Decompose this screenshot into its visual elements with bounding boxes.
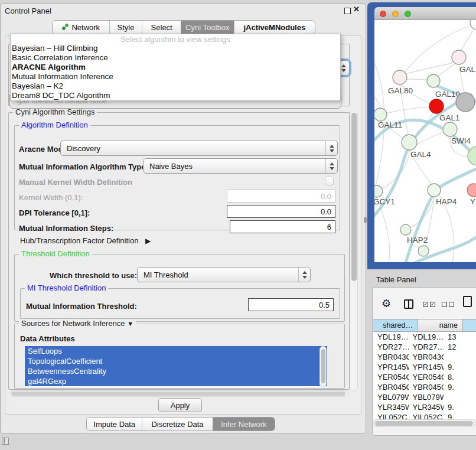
network-edge[interactable]: [405, 79, 430, 80]
threshold-definition-title: Threshold Definition: [19, 250, 92, 257]
table-cell: [444, 352, 476, 362]
network-node-hap4[interactable]: [428, 184, 441, 197]
sources-group-label: Sources for Network Inference: [21, 319, 125, 328]
table-settings-gear-icon[interactable]: ⚙: [382, 297, 391, 310]
select-all-rows-icon[interactable]: ✓✓: [423, 302, 435, 307]
manual-kernel-checkbox[interactable]: [325, 177, 334, 185]
tab-network[interactable]: Network: [53, 21, 109, 34]
network-node-y[interactable]: [467, 184, 476, 197]
aracne-mode-combobox[interactable]: Discovery: [60, 141, 338, 156]
table-header-cell[interactable]: name: [418, 319, 463, 332]
algorithm-option[interactable]: Dream8 DC_TDC Algorithm: [11, 91, 340, 100]
tab-style[interactable]: Style: [109, 21, 142, 34]
bottom-tab-label: Impute Data: [93, 420, 135, 429]
close-icon[interactable]: ✕: [353, 5, 360, 14]
table-cell: YBR045C: [373, 382, 409, 392]
algorithm-option[interactable]: Basic Correlation Inference: [11, 53, 340, 63]
table-row[interactable]: YLR345WYLR345W9.: [373, 402, 476, 412]
deselect-all-rows-icon[interactable]: [442, 302, 454, 307]
network-node-swi4[interactable]: [443, 122, 457, 136]
network-node-gal4[interactable]: [402, 135, 417, 150]
float-window-icon[interactable]: [344, 8, 351, 14]
table-row[interactable]: YIL052CYIL052C9.: [373, 412, 476, 419]
sources-group-title[interactable]: Sources for Network Inference ▼: [19, 319, 136, 328]
table-row[interactable]: YDL19…YDL19…13: [373, 332, 476, 342]
dpi-tolerance-field[interactable]: 0.0: [227, 205, 335, 218]
table-body: YDL19…YDL19…13YDR27…YDR27…12YBR043CYBR04…: [373, 332, 476, 419]
control-panel-title: Control Panel: [5, 6, 51, 15]
network-node-gal10[interactable]: [427, 74, 440, 87]
network-edge[interactable]: [377, 197, 390, 262]
table-cell: YBL079W: [409, 392, 444, 402]
table-panel-title: Table Panel: [376, 275, 416, 284]
network-node-hap2[interactable]: [400, 224, 411, 235]
network-window-titlebar[interactable]: [374, 7, 476, 20]
bottom-tab-discretize-data[interactable]: Discretize Data: [142, 418, 212, 431]
table-cell: 9.: [444, 362, 476, 372]
network-node-gal1[interactable]: [429, 99, 444, 113]
network-graph-icon: [61, 24, 69, 31]
network-node-gal[interactable]: [452, 50, 466, 64]
algorithm-option[interactable]: Mutual Information Inference: [11, 72, 340, 81]
table-cell: 9.: [444, 402, 476, 412]
table-row[interactable]: YDR27…YDR27…12: [373, 342, 476, 352]
tab-select[interactable]: Select: [142, 21, 181, 34]
table-horizontal-scrollbar[interactable]: [373, 419, 476, 427]
settings-horizontal-scrollbar[interactable]: [9, 390, 348, 397]
network-node[interactable]: [456, 93, 475, 112]
data-attribute-item[interactable]: SelfLoops: [25, 346, 327, 356]
settings-vertical-scrollbar[interactable]: [350, 110, 358, 391]
network-node-label: GAL11: [378, 120, 402, 129]
chevron-right-icon: ▶: [145, 237, 151, 245]
minimized-panel-icon[interactable]: [2, 438, 9, 445]
algorithm-option[interactable]: Bayesian – Hill Climbing: [11, 44, 340, 53]
data-attribute-item[interactable]: gal4RGexp: [25, 376, 327, 386]
which-threshold-combobox[interactable]: MI Threshold: [137, 267, 311, 282]
dpi-tolerance-label: DPI Tolerance [0,1]:: [19, 208, 90, 217]
network-edge[interactable]: [386, 107, 430, 113]
table-row[interactable]: YBR045CYBR045C9.: [373, 382, 476, 392]
tab-jactivemnodules[interactable]: jActiveMNodules: [234, 21, 315, 34]
mi-threshold-label: Mutual Information Threshold:: [26, 302, 137, 311]
zoom-traffic-light-icon[interactable]: [405, 11, 411, 17]
table-cell: YBR043C: [373, 352, 409, 362]
table-row[interactable]: YPR145WYPR145W9.: [373, 362, 476, 372]
network-node-gcy1[interactable]: [374, 185, 383, 197]
tab-cyni-toolbox[interactable]: Cyni Toolbox: [181, 21, 234, 34]
table-header-cell[interactable]: shared…: [373, 319, 418, 332]
network-node-label: Y: [470, 197, 475, 206]
kernel-width-field[interactable]: 0.0: [227, 190, 335, 203]
table-row[interactable]: YBR043CYBR043C: [373, 352, 476, 362]
hub-section-toggle[interactable]: Hub/Transcription Factor Definition ▶: [20, 236, 151, 245]
bottom-tab-infer-network[interactable]: Infer Network: [213, 418, 275, 431]
network-canvas[interactable]: GALGAL80GAL10GAL1GAL11SWI4GAL4GCY1HAP4YH…: [374, 20, 476, 262]
mi-type-combobox[interactable]: Naive Bayes: [143, 158, 338, 174]
mi-steps-field[interactable]: 6: [230, 220, 335, 233]
network-node-gal11[interactable]: [374, 108, 387, 121]
network-node-gal80[interactable]: [393, 70, 407, 84]
stepper-arrows-icon: [298, 268, 310, 282]
apply-button[interactable]: Apply: [158, 398, 202, 412]
data-attribute-item[interactable]: BetweennessCentrality: [25, 366, 327, 376]
table-row[interactable]: YER054CYER054C8.: [373, 372, 476, 382]
minimize-traffic-light-icon[interactable]: [392, 11, 399, 17]
network-node[interactable]: [418, 246, 429, 256]
column-visibility-icon[interactable]: [404, 299, 413, 309]
attributes-list-scrollbar[interactable]: [319, 346, 327, 387]
table-header-cell[interactable]: A: [463, 319, 476, 332]
algorithm-option[interactable]: Bayesian – K2: [11, 81, 340, 91]
algorithm-popup-prompt: Select algorithm to view settings: [11, 35, 340, 44]
mi-threshold-field[interactable]: 0.5: [248, 298, 334, 311]
panel-splitter-handle[interactable]: [364, 217, 367, 223]
table-row[interactable]: YBL079WYBL079W: [373, 392, 476, 402]
export-table-icon[interactable]: [463, 296, 472, 307]
network-node[interactable]: [470, 20, 476, 30]
network-node-label: SWI4: [451, 136, 471, 145]
network-node-label: GAL: [459, 65, 476, 74]
algorithm-option[interactable]: ARACNE Algorithm: [11, 63, 340, 72]
close-traffic-light-icon[interactable]: [380, 11, 386, 17]
bottom-tab-impute-data[interactable]: Impute Data: [87, 418, 142, 431]
network-edge[interactable]: [405, 169, 476, 262]
table-cell: 12: [444, 342, 476, 352]
data-attribute-item[interactable]: TopologicalCoefficient: [25, 356, 327, 366]
